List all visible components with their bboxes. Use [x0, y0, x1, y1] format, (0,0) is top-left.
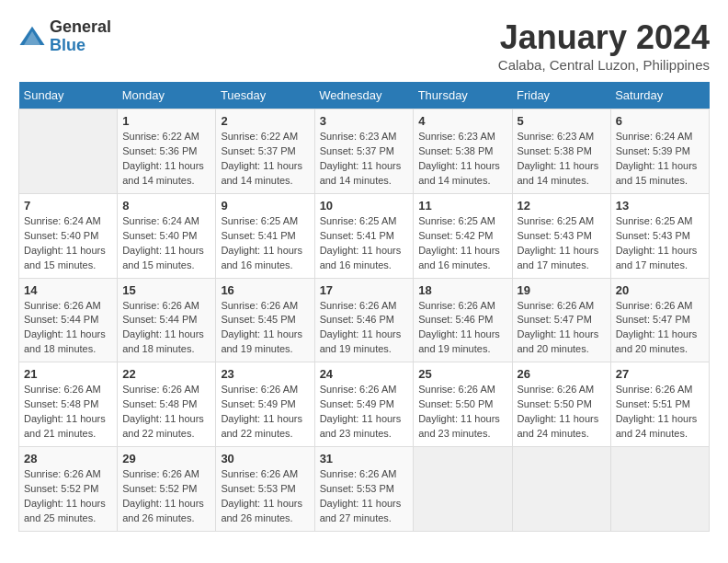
day-info: Sunrise: 6:25 AMSunset: 5:41 PMDaylight:… [320, 214, 409, 273]
day-cell [414, 447, 512, 532]
day-info: Sunrise: 6:26 AMSunset: 5:49 PMDaylight:… [221, 383, 309, 442]
day-info: Sunrise: 6:26 AMSunset: 5:48 PMDaylight:… [24, 383, 112, 442]
header-cell-tuesday: Tuesday [216, 82, 314, 109]
day-info: Sunrise: 6:26 AMSunset: 5:44 PMDaylight:… [24, 299, 112, 358]
day-info: Sunrise: 6:26 AMSunset: 5:52 PMDaylight:… [24, 467, 112, 526]
logo-line2: Blue [50, 37, 111, 55]
day-info: Sunrise: 6:26 AMSunset: 5:50 PMDaylight:… [418, 383, 506, 442]
day-number: 1 [122, 114, 210, 128]
day-number: 29 [122, 452, 210, 465]
day-cell [610, 447, 709, 532]
day-cell: 22Sunrise: 6:26 AMSunset: 5:48 PMDayligh… [118, 362, 216, 447]
day-cell: 24Sunrise: 6:26 AMSunset: 5:49 PMDayligh… [314, 362, 414, 447]
calendar-header: SundayMondayTuesdayWednesdayThursdayFrid… [19, 82, 710, 109]
day-cell: 17Sunrise: 6:26 AMSunset: 5:46 PMDayligh… [314, 278, 414, 362]
logo-icon [18, 23, 46, 51]
day-cell: 20Sunrise: 6:26 AMSunset: 5:47 PMDayligh… [610, 278, 709, 362]
day-cell: 18Sunrise: 6:26 AMSunset: 5:46 PMDayligh… [414, 278, 512, 362]
header-cell-friday: Friday [512, 82, 610, 109]
day-info: Sunrise: 6:26 AMSunset: 5:46 PMDaylight:… [418, 299, 506, 358]
day-info: Sunrise: 6:23 AMSunset: 5:38 PMDaylight:… [518, 130, 606, 189]
day-cell: 3Sunrise: 6:23 AMSunset: 5:37 PMDaylight… [314, 109, 414, 194]
day-info: Sunrise: 6:25 AMSunset: 5:41 PMDaylight:… [221, 214, 309, 273]
day-cell: 9Sunrise: 6:25 AMSunset: 5:41 PMDaylight… [216, 193, 314, 278]
day-cell: 1Sunrise: 6:22 AMSunset: 5:36 PMDaylight… [118, 109, 216, 194]
day-number: 10 [320, 199, 409, 213]
day-info: Sunrise: 6:26 AMSunset: 5:51 PMDaylight:… [616, 383, 704, 442]
day-number: 28 [24, 452, 112, 465]
day-number: 2 [221, 114, 309, 128]
day-info: Sunrise: 6:24 AMSunset: 5:39 PMDaylight:… [616, 130, 704, 189]
day-number: 7 [24, 199, 112, 213]
day-info: Sunrise: 6:26 AMSunset: 5:47 PMDaylight:… [518, 299, 606, 358]
day-info: Sunrise: 6:26 AMSunset: 5:44 PMDaylight:… [122, 299, 210, 358]
day-number: 24 [320, 367, 409, 381]
day-info: Sunrise: 6:26 AMSunset: 5:52 PMDaylight:… [122, 467, 210, 526]
day-number: 21 [24, 367, 112, 381]
day-cell: 25Sunrise: 6:26 AMSunset: 5:50 PMDayligh… [414, 362, 512, 447]
day-info: Sunrise: 6:26 AMSunset: 5:48 PMDaylight:… [122, 383, 210, 442]
title-block: January 2024 Calaba, Central Luzon, Phil… [498, 18, 710, 73]
header-row: SundayMondayTuesdayWednesdayThursdayFrid… [19, 82, 710, 109]
day-cell [19, 109, 118, 194]
week-row-4: 21Sunrise: 6:26 AMSunset: 5:48 PMDayligh… [19, 362, 710, 447]
day-cell: 6Sunrise: 6:24 AMSunset: 5:39 PMDaylight… [610, 109, 709, 194]
day-number: 18 [418, 283, 506, 297]
day-info: Sunrise: 6:24 AMSunset: 5:40 PMDaylight:… [24, 214, 112, 273]
week-row-3: 14Sunrise: 6:26 AMSunset: 5:44 PMDayligh… [19, 278, 710, 362]
day-cell: 12Sunrise: 6:25 AMSunset: 5:43 PMDayligh… [512, 193, 610, 278]
week-row-5: 28Sunrise: 6:26 AMSunset: 5:52 PMDayligh… [19, 447, 710, 532]
day-cell: 7Sunrise: 6:24 AMSunset: 5:40 PMDaylight… [19, 193, 118, 278]
header-cell-sunday: Sunday [19, 82, 118, 109]
day-info: Sunrise: 6:22 AMSunset: 5:36 PMDaylight:… [122, 130, 210, 189]
day-cell: 26Sunrise: 6:26 AMSunset: 5:50 PMDayligh… [512, 362, 610, 447]
day-number: 23 [221, 367, 309, 381]
day-cell: 28Sunrise: 6:26 AMSunset: 5:52 PMDayligh… [19, 447, 118, 532]
day-info: Sunrise: 6:26 AMSunset: 5:46 PMDaylight:… [320, 299, 409, 358]
logo: General Blue [18, 18, 111, 55]
day-cell: 4Sunrise: 6:23 AMSunset: 5:38 PMDaylight… [414, 109, 512, 194]
day-cell: 16Sunrise: 6:26 AMSunset: 5:45 PMDayligh… [216, 278, 314, 362]
logo-line1: General [50, 18, 111, 37]
day-info: Sunrise: 6:25 AMSunset: 5:43 PMDaylight:… [518, 214, 606, 273]
day-info: Sunrise: 6:25 AMSunset: 5:42 PMDaylight:… [418, 214, 506, 273]
day-cell: 5Sunrise: 6:23 AMSunset: 5:38 PMDaylight… [512, 109, 610, 194]
logo-text: General Blue [50, 18, 111, 55]
day-number: 25 [418, 367, 506, 381]
page-header: General Blue January 2024 Calaba, Centra… [18, 18, 710, 73]
day-number: 12 [518, 199, 606, 213]
day-number: 6 [616, 114, 704, 128]
header-cell-monday: Monday [118, 82, 216, 109]
day-number: 3 [320, 114, 409, 128]
day-cell: 27Sunrise: 6:26 AMSunset: 5:51 PMDayligh… [610, 362, 709, 447]
day-cell: 14Sunrise: 6:26 AMSunset: 5:44 PMDayligh… [19, 278, 118, 362]
day-info: Sunrise: 6:26 AMSunset: 5:49 PMDaylight:… [320, 383, 409, 442]
day-number: 5 [518, 114, 606, 128]
day-number: 14 [24, 283, 112, 297]
day-cell: 2Sunrise: 6:22 AMSunset: 5:37 PMDaylight… [216, 109, 314, 194]
day-number: 4 [418, 114, 506, 128]
week-row-2: 7Sunrise: 6:24 AMSunset: 5:40 PMDaylight… [19, 193, 710, 278]
day-number: 13 [616, 199, 704, 213]
day-cell: 30Sunrise: 6:26 AMSunset: 5:53 PMDayligh… [216, 447, 314, 532]
day-info: Sunrise: 6:23 AMSunset: 5:38 PMDaylight:… [418, 130, 506, 189]
day-number: 8 [122, 199, 210, 213]
day-cell: 15Sunrise: 6:26 AMSunset: 5:44 PMDayligh… [118, 278, 216, 362]
day-info: Sunrise: 6:26 AMSunset: 5:53 PMDaylight:… [221, 467, 309, 526]
day-number: 15 [122, 283, 210, 297]
calendar-table: SundayMondayTuesdayWednesdayThursdayFrid… [18, 82, 710, 532]
header-cell-saturday: Saturday [610, 82, 709, 109]
calendar-body: 1Sunrise: 6:22 AMSunset: 5:36 PMDaylight… [19, 109, 710, 532]
day-number: 27 [616, 367, 704, 381]
main-title: January 2024 [498, 18, 710, 57]
day-cell: 10Sunrise: 6:25 AMSunset: 5:41 PMDayligh… [314, 193, 414, 278]
day-cell: 19Sunrise: 6:26 AMSunset: 5:47 PMDayligh… [512, 278, 610, 362]
day-number: 11 [418, 199, 506, 213]
day-number: 22 [122, 367, 210, 381]
header-cell-thursday: Thursday [414, 82, 512, 109]
day-cell: 21Sunrise: 6:26 AMSunset: 5:48 PMDayligh… [19, 362, 118, 447]
day-number: 19 [518, 283, 606, 297]
day-cell: 23Sunrise: 6:26 AMSunset: 5:49 PMDayligh… [216, 362, 314, 447]
header-cell-wednesday: Wednesday [314, 82, 414, 109]
week-row-1: 1Sunrise: 6:22 AMSunset: 5:36 PMDaylight… [19, 109, 710, 194]
